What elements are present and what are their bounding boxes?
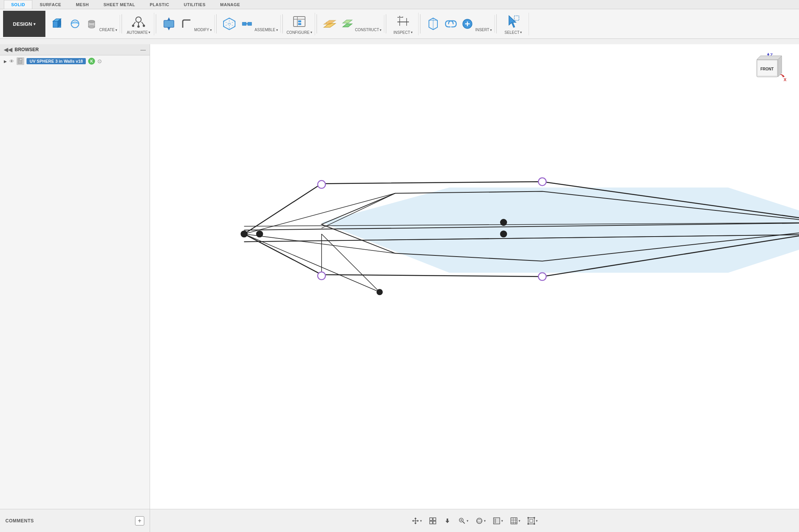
- expand-triangle-icon[interactable]: ▶: [4, 59, 7, 63]
- snap-settings-button[interactable]: ▾: [526, 515, 539, 526]
- modify-caret: ▾: [210, 28, 212, 32]
- insert-mesh-btn[interactable]: [424, 16, 442, 32]
- move-tool-button[interactable]: ▾: [410, 515, 424, 526]
- tab-manage[interactable]: MANAGE: [213, 0, 247, 9]
- item-options-icon[interactable]: ⊙: [97, 58, 102, 64]
- control-point-top-right[interactable]: [539, 178, 546, 185]
- svg-line-8: [133, 22, 135, 25]
- grid-caret: ▾: [519, 519, 520, 523]
- create-label[interactable]: CREATE ▾: [99, 28, 117, 32]
- comments-section: COMMENTS +: [0, 509, 150, 532]
- visibility-eye-icon[interactable]: 👁: [9, 58, 14, 64]
- tab-plastic[interactable]: PLASTIC: [142, 0, 177, 9]
- cylinder-icon: [85, 18, 98, 30]
- svg-rect-14: [164, 20, 174, 27]
- construct-label[interactable]: CONSTRUCT ▾: [355, 28, 382, 32]
- assemble-icons: [220, 16, 255, 32]
- new-component-btn[interactable]: [220, 16, 238, 32]
- display-caret: ▾: [501, 519, 503, 523]
- browser-item: ▶ 👁 UV SPHERE 3 in Walls v18 K ⊙: [0, 55, 150, 67]
- modify-label[interactable]: MODIFY ▾: [194, 28, 212, 32]
- sidebar: ◀◀ BROWSER — ▶ 👁 UV SPHERE 3 in Walls v1…: [0, 44, 150, 509]
- svg-marker-46: [782, 74, 785, 77]
- new-component-button[interactable]: [48, 16, 66, 32]
- configure-caret: ▾: [310, 30, 312, 34]
- fillet-button[interactable]: [179, 17, 194, 31]
- shape-fill: [322, 187, 799, 272]
- vertex-left: [240, 230, 247, 237]
- tab-utilities[interactable]: UTILITIES: [177, 0, 213, 9]
- svg-point-5: [88, 20, 95, 23]
- design-button[interactable]: DESIGN ▾: [3, 11, 45, 37]
- configure-button[interactable]: [290, 13, 308, 30]
- automate-label[interactable]: AUTOMATE ▾: [127, 30, 151, 35]
- create-sketch-button[interactable]: [67, 17, 83, 31]
- tab-mesh[interactable]: MESH: [68, 0, 96, 9]
- component-icon: [222, 17, 237, 31]
- fillet-icon: [180, 18, 193, 30]
- control-point-bottom-left[interactable]: [318, 272, 325, 280]
- svg-point-11: [132, 25, 134, 27]
- svg-line-57: [463, 522, 465, 524]
- extrude-button[interactable]: [84, 17, 99, 31]
- svg-rect-62: [494, 519, 496, 523]
- svg-marker-38: [509, 16, 516, 27]
- svg-point-7: [136, 17, 141, 22]
- collapse-button[interactable]: ◀◀: [4, 47, 12, 53]
- grid-settings-button[interactable]: ▾: [509, 515, 522, 526]
- tab-surface[interactable]: SURFACE: [32, 0, 68, 9]
- select-button[interactable]: [504, 13, 522, 30]
- inspect-group: INSPECT ▾: [388, 13, 419, 35]
- configure-label[interactable]: CONFIGURE ▾: [287, 30, 312, 35]
- inspect-button[interactable]: [394, 13, 412, 30]
- midplane-button[interactable]: [340, 17, 355, 31]
- zoom-button[interactable]: ▾: [457, 515, 470, 526]
- control-point-bottom-right[interactable]: [539, 273, 546, 280]
- svg-point-60: [477, 518, 482, 524]
- comments-label: COMMENTS: [5, 518, 34, 524]
- browser-minus-button[interactable]: —: [140, 47, 146, 53]
- offset-plane-button[interactable]: [321, 16, 339, 32]
- joint-btn[interactable]: [239, 17, 255, 31]
- view-caret: ▾: [484, 519, 486, 523]
- sep8: [496, 14, 497, 33]
- file-icon: [17, 57, 24, 65]
- line-left-diagonal2: [322, 234, 380, 292]
- pan-button[interactable]: [442, 515, 453, 526]
- browser-header-left: ◀◀ BROWSER: [4, 47, 39, 53]
- add-in-btn[interactable]: [460, 17, 475, 31]
- svg-point-74: [534, 523, 535, 525]
- svg-rect-39: [514, 16, 519, 20]
- display-settings-button[interactable]: ▾: [491, 515, 505, 526]
- svg-marker-28: [343, 24, 352, 27]
- control-point-top-left[interactable]: [318, 180, 325, 188]
- tab-sheet-metal[interactable]: SHEET METAL: [96, 0, 142, 9]
- assemble-label[interactable]: ASSEMBLE ▾: [255, 28, 278, 32]
- view-mode-button[interactable]: ▾: [474, 515, 487, 526]
- insert-caret: ▾: [490, 28, 492, 32]
- modify-group: MODIFY ▾: [158, 15, 215, 33]
- insert-label[interactable]: INSERT ▾: [475, 28, 492, 32]
- inspect-label[interactable]: INSPECT ▾: [394, 30, 413, 35]
- inspect-caret: ▾: [411, 30, 413, 34]
- comments-add-button[interactable]: +: [135, 516, 144, 525]
- svg-rect-17: [242, 22, 246, 25]
- svg-rect-69: [528, 518, 534, 524]
- item-name-label: UV SPHERE 3 in Walls v18: [27, 58, 86, 64]
- select-label[interactable]: SELECT ▾: [504, 30, 522, 35]
- svg-point-72: [534, 517, 535, 519]
- press-pull-button[interactable]: [160, 16, 178, 32]
- viewcube[interactable]: Z X FRONT: [749, 52, 787, 87]
- sep1: [122, 14, 122, 33]
- svg-marker-50: [757, 56, 782, 60]
- insert-link-btn[interactable]: [443, 17, 459, 31]
- inspect-icon: [396, 14, 410, 29]
- svg-point-71: [527, 517, 529, 519]
- modify-icons: [160, 16, 194, 32]
- automate-button[interactable]: [130, 13, 147, 30]
- tab-solid[interactable]: SOLID: [4, 0, 32, 9]
- svg-marker-16: [167, 27, 170, 30]
- grid-snap-button[interactable]: [427, 515, 438, 526]
- toolbar: SOLID SURFACE MESH SHEET METAL PLASTIC U…: [0, 0, 799, 39]
- design-label: DESIGN: [13, 21, 32, 27]
